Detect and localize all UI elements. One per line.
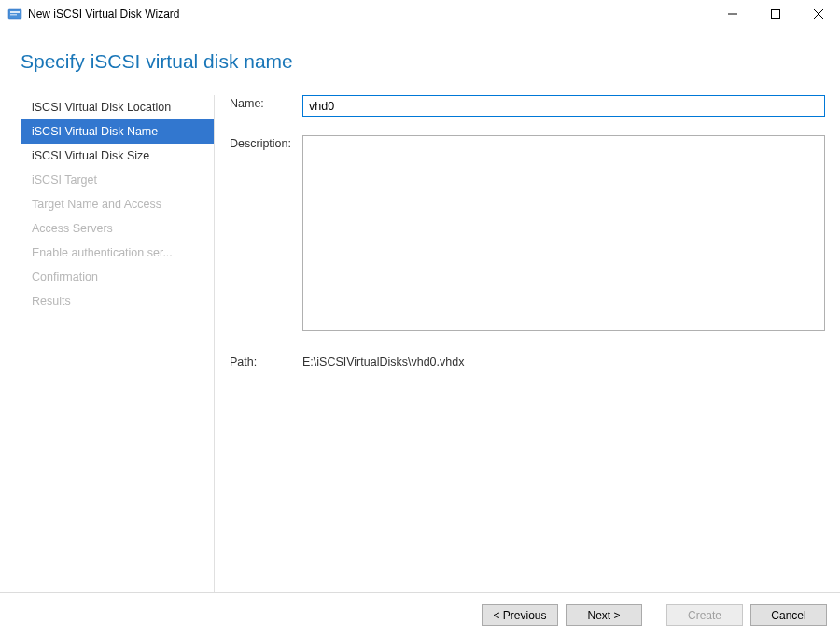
path-label: Path: <box>230 353 302 368</box>
titlebar: New iSCSI Virtual Disk Wizard <box>0 0 840 28</box>
sidebar-item-label: iSCSI Target <box>32 173 97 187</box>
app-icon <box>7 7 22 21</box>
page-heading: Specify iSCSI virtual disk name <box>0 28 840 73</box>
path-row: Path: E:\iSCSIVirtualDisks\vhd0.vhdx <box>230 353 825 368</box>
svg-rect-2 <box>10 14 17 16</box>
name-input[interactable] <box>302 95 825 117</box>
name-label: Name: <box>230 95 302 110</box>
sidebar-item-confirmation: Confirmation <box>21 265 214 289</box>
sidebar-item-label: Enable authentication ser... <box>32 246 173 259</box>
main-panel: Name: Description: Path: E:\iSCSIVirtual… <box>215 95 827 612</box>
sidebar-item-size[interactable]: iSCSI Virtual Disk Size <box>21 144 214 168</box>
sidebar-item-label: Access Servers <box>32 222 113 235</box>
sidebar-item-results: Results <box>21 289 214 313</box>
sidebar-item-name[interactable]: iSCSI Virtual Disk Name <box>21 119 214 144</box>
description-row: Description: <box>230 135 825 331</box>
sidebar-item-target-name: Target Name and Access <box>21 192 214 216</box>
description-input[interactable] <box>302 135 825 331</box>
minimize-button[interactable] <box>711 0 754 28</box>
sidebar-item-label: Results <box>32 295 71 308</box>
name-row: Name: <box>230 95 825 117</box>
sidebar-item-authentication: Enable authentication ser... <box>21 241 214 265</box>
path-value: E:\iSCSIVirtualDisks\vhd0.vhdx <box>302 353 464 368</box>
content-area: iSCSI Virtual Disk Location iSCSI Virtua… <box>0 73 840 612</box>
sidebar-item-location[interactable]: iSCSI Virtual Disk Location <box>21 95 214 119</box>
sidebar-item-label: Target Name and Access <box>32 198 161 211</box>
sidebar-item-label: Confirmation <box>32 270 98 284</box>
close-button[interactable] <box>797 0 840 28</box>
wizard-steps-sidebar: iSCSI Virtual Disk Location iSCSI Virtua… <box>0 95 215 612</box>
previous-button[interactable]: < Previous <box>482 604 558 626</box>
sidebar-item-access-servers: Access Servers <box>21 216 214 241</box>
sidebar-item-label: iSCSI Virtual Disk Size <box>32 149 149 162</box>
maximize-button[interactable] <box>754 0 797 28</box>
create-button: Create <box>666 604 743 626</box>
window-title: New iSCSI Virtual Disk Wizard <box>28 7 711 21</box>
description-label: Description: <box>230 135 302 150</box>
next-button[interactable]: Next > <box>566 604 642 626</box>
sidebar-item-label: iSCSI Virtual Disk Location <box>32 101 171 114</box>
window-controls <box>711 0 840 28</box>
sidebar-item-label: iSCSI Virtual Disk Name <box>32 125 158 138</box>
svg-rect-1 <box>10 11 20 13</box>
sidebar-item-target: iSCSI Target <box>21 168 214 192</box>
button-bar: < Previous Next > Create Cancel <box>0 592 840 637</box>
cancel-button[interactable]: Cancel <box>750 604 827 626</box>
svg-rect-4 <box>772 10 780 19</box>
